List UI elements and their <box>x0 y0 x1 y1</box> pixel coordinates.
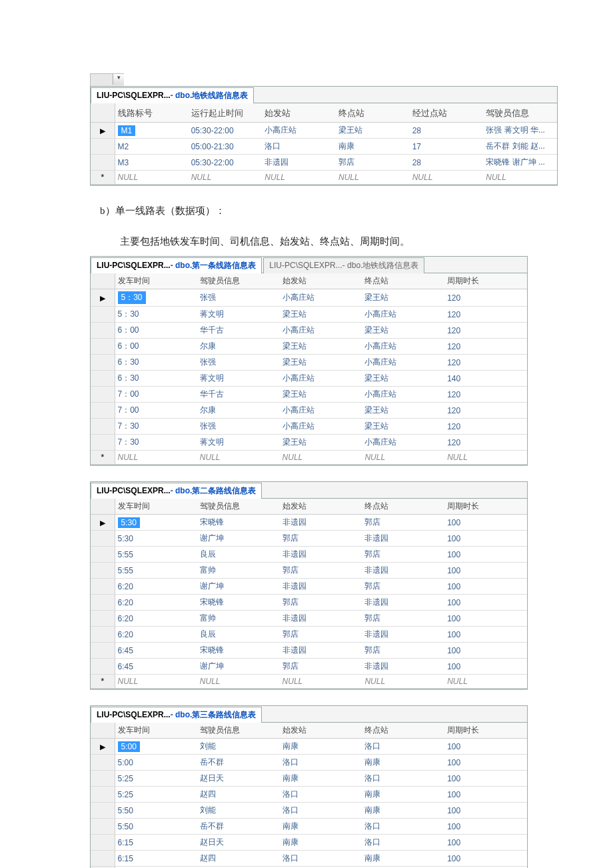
col-header[interactable]: 终点站 <box>362 273 444 289</box>
cell[interactable]: 5:00 <box>115 755 197 771</box>
table-row[interactable]: 6:45谢广坤郭店非遗园100 <box>91 659 527 675</box>
data-grid[interactable]: 发车时间 驾驶员信息 始发站 终点站 周期时长 ▶5:00刘能南康洛口1005:… <box>91 723 527 868</box>
cell[interactable]: 120 <box>444 355 527 371</box>
table-row[interactable]: 5：30蒋文明梁王站小高庄站120 <box>91 307 527 323</box>
current-row-caret-icon[interactable]: ▶ <box>91 289 115 307</box>
cell[interactable]: 梁王站 <box>280 435 362 451</box>
cell[interactable]: 6：00 <box>115 323 197 339</box>
new-row-star-icon[interactable]: * <box>91 171 115 185</box>
cell[interactable]: 120 <box>444 419 527 435</box>
cell[interactable]: NULL <box>483 171 557 185</box>
cell[interactable]: 郭店 <box>280 595 362 611</box>
cell[interactable]: 5:25 <box>115 771 197 787</box>
cell[interactable]: NULL <box>336 171 410 185</box>
cell[interactable]: 刘能 <box>197 739 280 755</box>
col-header[interactable]: 驾驶员信息 <box>197 273 280 289</box>
cell[interactable]: 非遗园 <box>280 611 362 627</box>
cell[interactable]: 05:00-21:30 <box>189 139 263 155</box>
cell[interactable]: 宋晓锋 <box>197 515 280 531</box>
row-header[interactable] <box>91 659 115 675</box>
cell[interactable]: 郭店 <box>362 515 444 531</box>
cell[interactable]: 华千古 <box>197 323 280 339</box>
cell[interactable]: 28 <box>410 155 484 171</box>
cell[interactable]: M3 <box>115 155 189 171</box>
col-header[interactable]: 终点站 <box>336 103 410 123</box>
cell[interactable]: 郭店 <box>362 611 444 627</box>
cell[interactable]: NULL <box>444 675 527 689</box>
cell[interactable]: 华千古 <box>197 387 280 403</box>
row-header[interactable] <box>91 139 115 155</box>
tab-route1[interactable]: LIU-PC\SQLEXPR... - dbo.第一条线路信息表 <box>91 257 262 273</box>
cell[interactable]: 05:30-22:00 <box>189 123 263 139</box>
cell[interactable]: 南康 <box>362 787 444 803</box>
row-header[interactable] <box>91 803 115 819</box>
cell[interactable]: 6:45 <box>115 643 197 659</box>
col-header[interactable]: 周期时长 <box>444 273 527 289</box>
col-header[interactable]: 驾驶员信息 <box>483 103 557 123</box>
cell[interactable]: 120 <box>444 307 527 323</box>
current-row-caret-icon[interactable]: ▶ <box>91 739 115 755</box>
table-row[interactable]: 7：30张强小高庄站梁王站120 <box>91 419 527 435</box>
col-header[interactable]: 发车时间 <box>115 499 197 515</box>
cell[interactable]: 120 <box>444 289 527 307</box>
row-header[interactable] <box>91 419 115 435</box>
cell[interactable]: 梁王站 <box>362 403 444 419</box>
new-row-star-icon[interactable]: * <box>91 675 115 689</box>
cell[interactable]: 赵日天 <box>197 835 280 851</box>
new-row-star-icon[interactable]: * <box>91 451 115 465</box>
col-header[interactable]: 发车时间 <box>115 723 197 739</box>
table-row[interactable]: 6：30蒋文明小高庄站梁王站140 <box>91 371 527 387</box>
cell[interactable]: 小高庄站 <box>280 403 362 419</box>
cell[interactable]: 非遗园 <box>262 155 336 171</box>
cell[interactable]: NULL <box>197 675 280 689</box>
table-row[interactable]: 6：00华千古小高庄站梁王站120 <box>91 323 527 339</box>
cell[interactable]: 小高庄站 <box>280 419 362 435</box>
row-header[interactable] <box>91 579 115 595</box>
cell[interactable]: 谢广坤 <box>197 531 280 547</box>
cell[interactable]: 郭店 <box>280 627 362 643</box>
cell[interactable]: 洛口 <box>262 139 336 155</box>
cell[interactable]: 100 <box>444 819 527 835</box>
cell[interactable]: NULL <box>115 451 197 465</box>
cell[interactable]: 小高庄站 <box>362 387 444 403</box>
table-row[interactable]: ▶5:00刘能南康洛口100 <box>91 739 527 755</box>
cell[interactable]: 100 <box>444 739 527 755</box>
cell[interactable]: 6：30 <box>115 371 197 387</box>
cell[interactable]: 非遗园 <box>280 515 362 531</box>
cell[interactable]: 17 <box>410 139 484 155</box>
dropdown-icon[interactable]: ▾ <box>113 74 124 85</box>
cell[interactable]: 梁王站 <box>362 371 444 387</box>
cell[interactable]: 富帅 <box>197 563 280 579</box>
cell[interactable]: NULL <box>189 171 263 185</box>
col-header[interactable]: 驾驶员信息 <box>197 723 280 739</box>
cell[interactable]: 洛口 <box>280 803 362 819</box>
table-row[interactable]: *NULLNULLNULLNULLNULLNULL <box>91 171 557 185</box>
cell[interactable]: 小高庄站 <box>362 307 444 323</box>
row-header[interactable] <box>91 355 115 371</box>
cell[interactable]: 非遗园 <box>362 531 444 547</box>
cell[interactable]: 5:00 <box>115 739 197 755</box>
cell[interactable]: 120 <box>444 403 527 419</box>
cell[interactable]: 小高庄站 <box>362 339 444 355</box>
row-header[interactable] <box>91 643 115 659</box>
table-row[interactable]: ▶5：30张强小高庄站梁王站120 <box>91 289 527 307</box>
row-header[interactable] <box>91 595 115 611</box>
table-row[interactable]: 6：30张强梁王站小高庄站120 <box>91 355 527 371</box>
row-header[interactable] <box>91 403 115 419</box>
cell[interactable]: 5：30 <box>115 289 197 307</box>
cell[interactable]: 梁王站 <box>362 289 444 307</box>
cell[interactable]: 100 <box>444 595 527 611</box>
cell[interactable]: 郭店 <box>362 579 444 595</box>
tab-metro-lines[interactable]: LIU-PC\SQLEXPR... - dbo.地铁线路信息表 <box>91 87 254 103</box>
cell[interactable]: 120 <box>444 435 527 451</box>
cell[interactable]: 6：00 <box>115 339 197 355</box>
table-row[interactable]: ▶5:30宋晓锋非遗园郭店100 <box>91 515 527 531</box>
cell[interactable]: 6:20 <box>115 627 197 643</box>
cell[interactable]: 梁王站 <box>362 323 444 339</box>
row-header[interactable] <box>91 819 115 835</box>
tab-route2[interactable]: LIU-PC\SQLEXPR... - dbo.第二条路线信息表 <box>91 483 262 499</box>
cell[interactable]: NULL <box>362 451 444 465</box>
col-header[interactable]: 终点站 <box>362 499 444 515</box>
cell[interactable]: 良辰 <box>197 627 280 643</box>
cell[interactable]: 南康 <box>280 835 362 851</box>
